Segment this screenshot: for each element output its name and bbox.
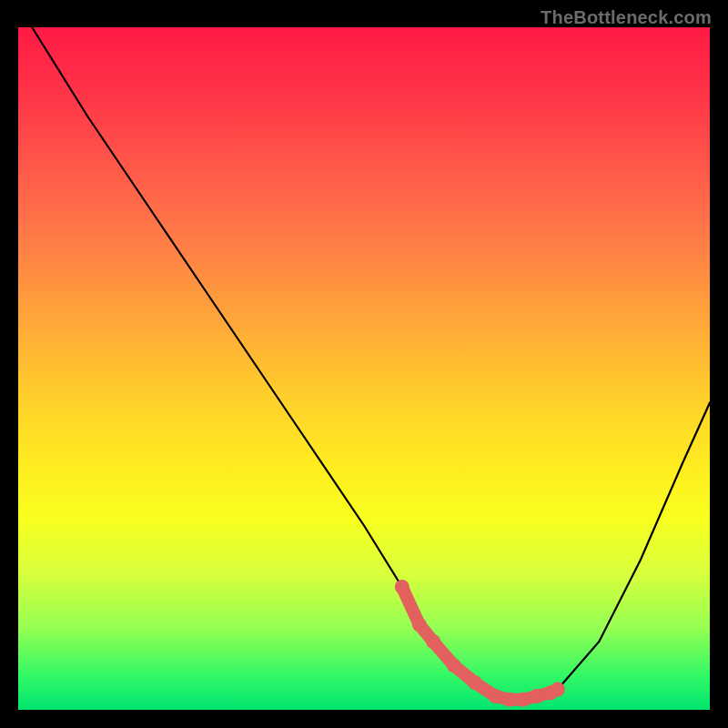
highlight-dot [488,689,502,703]
plot-area [18,27,710,710]
watermark-text: TheBottleneck.com [541,7,712,28]
highlight-dot [502,693,517,707]
highlight-dot [395,580,410,594]
highlight-dot [530,689,544,703]
highlight-dot [516,693,531,707]
highlight-dot [426,634,440,649]
highlight-dot [412,617,427,632]
highlight-dot [551,682,565,697]
highlight-dot [468,675,482,690]
curve-line [32,27,710,700]
plot-svg [18,27,710,710]
highlight-dot [447,658,461,672]
chart-container: TheBottleneck.com [0,0,728,728]
